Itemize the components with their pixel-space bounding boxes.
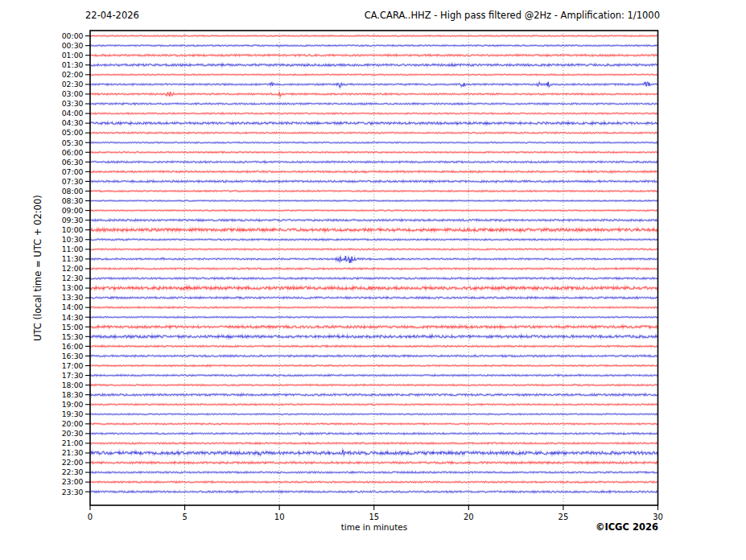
y-tick-label-03:30: 03:30 — [62, 99, 84, 108]
y-tick-label-18:30: 18:30 — [62, 390, 84, 399]
y-tick-label-10:30: 10:30 — [62, 235, 84, 244]
y-tick-label-09:00: 09:00 — [62, 206, 84, 215]
y-tick-label-06:30: 06:30 — [62, 158, 84, 167]
y-tick-label-17:30: 17:30 — [62, 371, 84, 380]
y-tick-label-14:00: 14:00 — [62, 303, 84, 311]
y-tick-label-03:00: 03:00 — [62, 89, 84, 98]
y-tick-label-12:00: 12:00 — [62, 264, 84, 273]
x-axis-label: time in minutes — [90, 522, 658, 532]
y-tick-label-21:30: 21:30 — [62, 448, 84, 457]
y-tick-label-07:30: 07:30 — [62, 177, 84, 186]
x-tick-label-20: 20 — [464, 513, 474, 521]
x-tick-label-15: 15 — [369, 513, 379, 521]
y-tick-label-17:00: 17:00 — [62, 361, 84, 370]
y-tick-label-07:00: 07:00 — [62, 167, 84, 176]
y-tick-label-23:00: 23:00 — [62, 477, 84, 486]
y-tick-label-01:00: 01:00 — [62, 51, 84, 60]
y-tick-label-05:30: 05:30 — [62, 138, 84, 147]
y-tick-label-02:30: 02:30 — [62, 80, 84, 89]
y-tick-label-04:30: 04:30 — [62, 118, 84, 127]
y-tick-label-05:00: 05:00 — [62, 128, 84, 137]
y-tick-label-08:00: 08:00 — [62, 187, 84, 196]
y-tick-label-22:00: 22:00 — [62, 458, 84, 467]
helicorder-page: 22-04-2026 CA.CARA..HHZ - High pass filt… — [0, 0, 746, 560]
x-tick-label-5: 5 — [182, 513, 187, 521]
x-tick-label-10: 10 — [274, 513, 285, 521]
y-tick-label-00:30: 00:30 — [62, 41, 84, 50]
x-tick-label-30: 30 — [653, 513, 663, 521]
y-tick-label-14:30: 14:30 — [62, 313, 84, 322]
y-tick-label-09:30: 09:30 — [62, 216, 84, 224]
y-tick-label-21:00: 21:00 — [62, 439, 84, 447]
y-tick-label-11:30: 11:30 — [62, 254, 84, 263]
y-tick-label-02:00: 02:00 — [62, 70, 84, 79]
y-tick-label-13:30: 13:30 — [62, 293, 84, 302]
y-tick-label-12:30: 12:30 — [62, 274, 84, 282]
y-tick-label-15:30: 15:30 — [62, 332, 84, 341]
y-tick-label-19:30: 19:30 — [62, 410, 84, 418]
y-tick-label-13:00: 13:00 — [62, 283, 84, 292]
y-tick-label-16:30: 16:30 — [62, 352, 84, 360]
y-tick-label-08:30: 08:30 — [62, 196, 84, 205]
y-tick-label-04:00: 04:00 — [62, 109, 84, 117]
trace-halo-02:30 — [90, 82, 658, 88]
y-tick-label-19:00: 19:00 — [62, 400, 84, 409]
y-tick-label-18:00: 18:00 — [62, 381, 84, 389]
y-tick-label-01:30: 01:30 — [62, 60, 84, 69]
y-tick-label-20:00: 20:00 — [62, 419, 84, 428]
y-tick-label-06:00: 06:00 — [62, 148, 84, 157]
y-tick-label-23:30: 23:30 — [62, 488, 84, 496]
y-tick-label-00:00: 00:00 — [62, 31, 84, 40]
copyright-label: ©ICGC 2026 — [596, 521, 658, 533]
y-tick-label-20:30: 20:30 — [62, 429, 84, 438]
x-tick-label-0: 0 — [88, 513, 93, 521]
y-tick-label-11:00: 11:00 — [62, 245, 84, 253]
y-tick-label-16:00: 16:00 — [62, 342, 84, 351]
x-tick-label-25: 25 — [558, 513, 569, 521]
y-tick-label-10:00: 10:00 — [62, 225, 84, 234]
y-tick-label-22:30: 22:30 — [62, 467, 84, 476]
helicorder-plot: 00:0000:3001:0001:3002:0002:3003:0003:30… — [0, 0, 746, 560]
y-tick-label-15:00: 15:00 — [62, 323, 84, 331]
